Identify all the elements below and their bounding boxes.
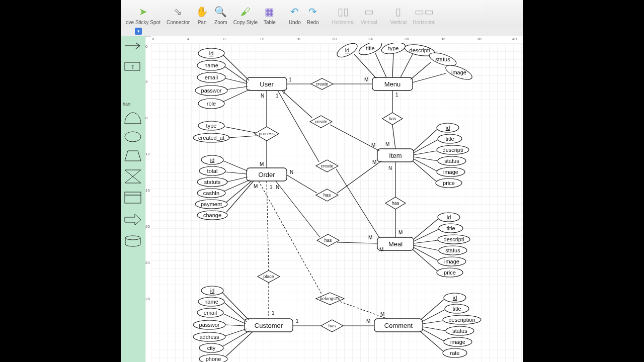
svg-text:id: id: [447, 214, 451, 220]
rel-process[interactable]: process: [255, 127, 279, 141]
er-diagram[interactable]: User id name email passwor role Menu id …: [151, 43, 523, 362]
rel-belongs-to[interactable]: belongsTo: [316, 293, 344, 305]
table-tool[interactable]: ▦ Table: [261, 4, 279, 27]
svg-line-18: [224, 66, 248, 82]
entity-order[interactable]: Order: [247, 168, 287, 181]
svg-text:price: price: [444, 269, 456, 276]
shape-stencil[interactable]: T hart: [121, 36, 145, 362]
svg-line-99: [226, 181, 254, 212]
svg-line-136: [414, 229, 439, 241]
dist-v-icon: ▯: [395, 4, 401, 20]
rel-order-has-item[interactable]: has: [316, 189, 338, 201]
svg-text:status: status: [445, 247, 460, 253]
entity-user[interactable]: User: [247, 77, 287, 90]
dropdown-toggle[interactable]: ▾: [135, 28, 142, 35]
align-vertical-button[interactable]: ▭ Vertical: [358, 4, 380, 27]
attr-menu-type[interactable]: type: [380, 43, 406, 77]
svg-text:M: M: [368, 235, 372, 240]
attr-process-createdat[interactable]: created_at: [193, 133, 257, 142]
attr-process-type[interactable]: type: [198, 121, 256, 133]
svg-text:Order: Order: [258, 171, 275, 178]
svg-text:passwor: passwor: [201, 87, 222, 94]
svg-line-122: [336, 169, 380, 239]
arrow-block-shape-icon[interactable]: [124, 212, 142, 227]
svg-text:M: M: [372, 159, 376, 165]
cursor-icon: ➤: [139, 4, 147, 20]
rel-menu-has-item[interactable]: has: [382, 113, 403, 125]
rel-order-has-meal[interactable]: has: [317, 234, 339, 246]
copy-style-tool[interactable]: 🖌 Copy Style: [230, 4, 261, 27]
box-shape-icon[interactable]: [124, 191, 142, 205]
redo-icon: ↷: [308, 4, 317, 20]
svg-marker-5: [125, 151, 141, 161]
svg-text:status: status: [444, 158, 459, 164]
entity-customer[interactable]: Customer: [245, 319, 293, 332]
rel-place[interactable]: place: [258, 270, 280, 283]
svg-text:title: title: [445, 136, 454, 142]
svg-text:Customer: Customer: [255, 322, 283, 329]
arrow-shape-icon[interactable]: [124, 41, 142, 50]
rel-user-create-item[interactable]: create: [310, 116, 332, 128]
toolbar: ➤ ove Sticky Spot ⇘ Connector ✋ Pan 🔍 Zo…: [121, 0, 523, 28]
svg-line-15: [223, 55, 249, 80]
attr-order-statuts[interactable]: statuts: [197, 177, 248, 187]
rel-customer-has-comment[interactable]: has: [321, 320, 343, 332]
connector-icon: ⇘: [174, 4, 182, 20]
redo-button[interactable]: ↷ Redo: [304, 4, 322, 27]
svg-point-10: [125, 236, 140, 240]
distribute-vertical-button[interactable]: ▯ Vertical: [387, 4, 410, 27]
svg-text:has: has: [324, 193, 331, 198]
svg-text:M: M: [385, 141, 389, 147]
attr-customer-address[interactable]: address: [193, 329, 247, 341]
rel-user-create-meal[interactable]: create: [316, 160, 338, 172]
svg-text:M: M: [380, 311, 384, 317]
attr-menu-description[interactable]: descripti: [400, 43, 435, 77]
cylinder-shape-icon[interactable]: [124, 235, 142, 247]
attr-meal-description[interactable]: descripti: [414, 235, 470, 244]
entity-menu[interactable]: Menu: [372, 77, 413, 90]
connector-tool[interactable]: ⇘ Connector: [164, 4, 193, 27]
pan-tool[interactable]: ✋ Pan: [193, 4, 211, 27]
svg-text:description: description: [448, 317, 475, 323]
zoom-tool[interactable]: 🔍 Zoom: [211, 4, 230, 27]
svg-line-32: [354, 54, 376, 78]
attr-menu-image[interactable]: image: [413, 62, 474, 82]
rel-user-create-menu[interactable]: create: [311, 78, 333, 89]
ellipse-half-icon[interactable]: [124, 112, 142, 125]
svg-text:id: id: [210, 157, 215, 163]
align-horizontal-button[interactable]: ▯▯ Horizontal: [329, 4, 358, 27]
align-h-icon: ▯▯: [338, 4, 349, 20]
attr-customer-password[interactable]: passwor: [193, 320, 245, 329]
hourglass-shape-icon[interactable]: [124, 169, 142, 184]
svg-line-64: [414, 151, 437, 155]
svg-text:id: id: [453, 295, 457, 301]
horizontal-ruler: 0 4 8 12 16 20 24 28 32 36 40: [151, 36, 523, 44]
distribute-horizontal-button[interactable]: ▭▭ Horizontal: [410, 4, 438, 27]
drawing-canvas[interactable]: User id name email passwor role Menu id …: [151, 43, 523, 362]
svg-text:M: M: [398, 230, 403, 235]
attr-item-status[interactable]: status: [414, 156, 466, 165]
svg-line-139: [414, 240, 438, 243]
svg-text:has: has: [329, 323, 336, 328]
svg-line-114: [282, 90, 312, 118]
broom-icon: 🖌: [240, 4, 251, 20]
rel-item-has-meal[interactable]: has: [385, 197, 406, 209]
svg-line-84: [223, 161, 248, 171]
trapezoid-shape-icon[interactable]: [124, 149, 142, 163]
move-sticky-spot-tool[interactable]: ➤ ove Sticky Spot: [123, 4, 164, 27]
ellipse-shape-icon[interactable]: [124, 131, 142, 143]
text-shape-icon[interactable]: T: [124, 61, 142, 71]
entity-item[interactable]: Item: [377, 149, 414, 162]
entity-comment[interactable]: Comment: [374, 319, 423, 332]
attr-user-email[interactable]: email: [197, 72, 247, 83]
attr-meal-status[interactable]: status: [414, 245, 467, 255]
svg-text:N: N: [261, 93, 264, 99]
attr-item-description[interactable]: descripti: [414, 145, 469, 155]
undo-button[interactable]: ↶ Undo: [286, 4, 304, 27]
dist-h-icon: ▭▭: [415, 4, 434, 20]
svg-text:create: create: [315, 81, 328, 86]
svg-text:create: create: [314, 119, 327, 124]
svg-line-61: [414, 140, 438, 153]
svg-line-47: [413, 73, 446, 82]
attr-comment-status[interactable]: status: [423, 326, 474, 335]
